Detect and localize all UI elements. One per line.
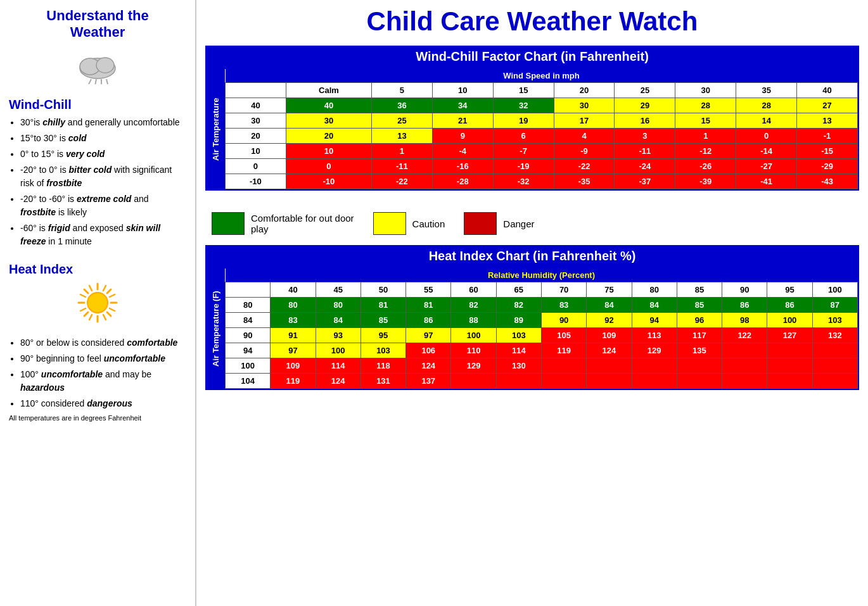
wc-col-calm: Calm [286, 83, 371, 98]
windchill-table: Wind Speed in mph Calm 5 10 15 20 25 30 … [225, 69, 858, 189]
wc-cell: -26 [675, 159, 736, 174]
wc-cell: -32 [493, 174, 554, 189]
svg-line-19 [103, 315, 106, 320]
hi-cell [812, 343, 857, 358]
hi-cell [722, 358, 767, 374]
hi-cell [587, 358, 632, 374]
hi-cell: 119 [541, 343, 586, 358]
wc-row-label: 40 [226, 98, 286, 113]
humidity-label: Relative Humidity (Percent) [226, 268, 858, 282]
hi-cell: 96 [677, 313, 722, 328]
wc-cell: -37 [615, 174, 675, 189]
hi-col-40: 40 [271, 282, 316, 298]
left-panel: Understand theWeather Wind-Chill 30°is c… [0, 0, 196, 606]
hi-cell: 93 [316, 328, 361, 343]
hi-cell [677, 374, 722, 389]
wc-col-10: 10 [432, 83, 493, 98]
legend-green-box [212, 212, 245, 235]
hi-cell [677, 358, 722, 374]
hi-cell: 100 [451, 328, 496, 343]
hi-col-85: 85 [677, 282, 722, 298]
hi-cell: 84 [632, 298, 677, 313]
hi-cell: 90 [541, 313, 586, 328]
hi-cell: 129 [632, 343, 677, 358]
hi-cell: 103 [361, 343, 405, 358]
wc-cell: 0 [286, 159, 371, 174]
wc-cell: 1 [371, 144, 432, 159]
wc-col-15: 15 [493, 83, 554, 98]
air-temp-label-heat: Air Temperature (F) [207, 268, 225, 389]
windchill-chart-title: Wind-Chill Factor Chart (in Fahrenheit) [205, 46, 859, 68]
wc-cell: 9 [432, 129, 493, 144]
windchill-bullets: 30°is chilly and generally uncomfortable… [9, 116, 186, 248]
hi-col-70: 70 [541, 282, 586, 298]
wc-cell: 34 [432, 98, 493, 113]
hi-cell: 83 [541, 298, 586, 313]
svg-line-13 [107, 312, 111, 316]
hi-cell [451, 374, 496, 389]
hi-cell: 91 [271, 328, 316, 343]
svg-line-22 [103, 286, 106, 291]
wc-row-label: 30 [226, 113, 286, 129]
hi-row-label: 94 [226, 343, 271, 358]
heatindex-chart-title: Heat Index Chart (in Fahrenheit %) [205, 245, 859, 267]
hi-cell: 82 [451, 298, 496, 313]
svg-point-2 [96, 58, 114, 73]
hi-cell: 82 [496, 298, 541, 313]
hi-cell [496, 374, 541, 389]
wc-cell: 40 [286, 98, 371, 113]
hi-cell: 97 [271, 343, 316, 358]
wc-cell: 20 [286, 129, 371, 144]
windchill-chart: Wind-Chill Factor Chart (in Fahrenheit) … [205, 46, 859, 191]
wc-cell: 27 [797, 98, 858, 113]
hi-cell [812, 374, 857, 389]
hi-cell: 80 [316, 298, 361, 313]
wc-cell: -4 [432, 144, 493, 159]
hi-col-50: 50 [361, 282, 405, 298]
svg-line-18 [89, 286, 92, 291]
hi-row-label: 90 [226, 328, 271, 343]
legend-yellow-label: Caution [412, 218, 445, 229]
windchill-label: Wind-Chill [9, 98, 186, 112]
hi-cell [632, 358, 677, 374]
hi-col-65: 65 [496, 282, 541, 298]
hi-col-55: 55 [406, 282, 451, 298]
hi-cell: 110 [451, 343, 496, 358]
wc-cell: -24 [615, 159, 675, 174]
svg-line-20 [110, 294, 115, 297]
wc-cell: 30 [286, 113, 371, 129]
wc-cell: 25 [371, 113, 432, 129]
hi-cell [541, 358, 586, 374]
wc-cell: -16 [432, 159, 493, 174]
wc-cell: 29 [615, 98, 675, 113]
hi-cell: 118 [361, 358, 405, 374]
wc-cell: 32 [493, 98, 554, 113]
wc-cell: -1 [797, 129, 858, 144]
hi-cell: 114 [496, 343, 541, 358]
heatindex-chart: Heat Index Chart (in Fahrenheit %) Air T… [205, 245, 859, 390]
hi-cell [722, 343, 767, 358]
wc-col-30: 30 [675, 83, 736, 98]
right-panel: Child Care Weather Watch Wind-Chill Fact… [196, 0, 868, 606]
wc-cell: 15 [675, 113, 736, 129]
hi-cell: 86 [406, 313, 451, 328]
hi-cell: 132 [812, 328, 857, 343]
hi-cell: 130 [496, 358, 541, 374]
hi-cell: 85 [361, 313, 405, 328]
wc-cell: 10 [286, 144, 371, 159]
sun-icon [9, 281, 186, 332]
hi-cell: 117 [677, 328, 722, 343]
hi-cell [767, 343, 812, 358]
hi-cell: 119 [271, 374, 316, 389]
wc-cell: 17 [554, 113, 615, 129]
wc-cell: -43 [797, 174, 858, 189]
hi-cell: 129 [451, 358, 496, 374]
hi-row-label: 104 [226, 374, 271, 389]
hi-cell: 114 [316, 358, 361, 374]
wc-cell: -35 [554, 174, 615, 189]
hi-cell: 113 [632, 328, 677, 343]
wc-row-label: -10 [226, 174, 286, 189]
svg-line-21 [80, 308, 86, 311]
svg-line-16 [80, 294, 86, 297]
wc-col-40: 40 [797, 83, 858, 98]
